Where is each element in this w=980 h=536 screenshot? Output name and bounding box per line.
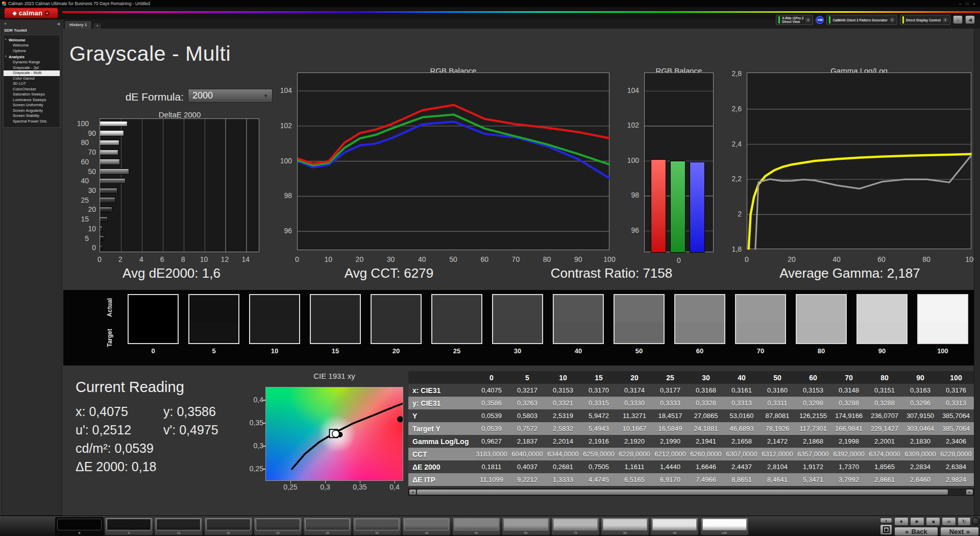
meter-device-button[interactable]: X-Rite i1Pro 2 Direct View ▾: [776, 15, 813, 25]
deltae-chart-title: DeltaE 2000: [159, 110, 201, 119]
swatch-target-15: [311, 322, 360, 343]
gamma-x-tick: 20: [788, 255, 796, 263]
sidebar-item-screen-uniformity[interactable]: Screen Uniformity: [4, 103, 60, 108]
settings-gear-button[interactable]: ☼: [953, 15, 963, 24]
deltae-bar-15: [100, 216, 108, 223]
pattern-patch-20[interactable]: 20: [254, 517, 302, 535]
panel-up-icon[interactable]: ▲: [880, 518, 892, 523]
deltae-y-tick: 60: [65, 158, 89, 166]
pattern-patch-80[interactable]: 80: [601, 517, 649, 535]
patch-window-button[interactable]: ■: [880, 524, 892, 535]
sidebar-item-saturation-sweeps[interactable]: Saturation Sweeps: [4, 92, 60, 98]
sidebar-item-luminance-sweeps[interactable]: Luminance Sweeps: [4, 98, 60, 103]
swatch-actual-70: [736, 295, 785, 322]
de-formula-dropdown[interactable]: 2000 ▼: [188, 89, 273, 103]
swatch-target-90: [857, 322, 906, 343]
pattern-patch-25[interactable]: 25: [303, 517, 352, 535]
deltae-gridline: [121, 119, 122, 252]
pattern-patch-90[interactable]: 90: [650, 517, 699, 535]
table-col-5: 5: [509, 371, 545, 384]
deltae-gridline: [142, 119, 143, 252]
tree-group-analysis[interactable]: ▾Analysis: [4, 54, 60, 60]
pattern-patch-15[interactable]: 15: [204, 517, 253, 535]
collapse-panel-button[interactable]: ◀: [965, 15, 975, 24]
sidebar-item-color-gamut[interactable]: Color Gamut: [4, 76, 60, 82]
rgb-x-tick: 90: [574, 255, 582, 263]
back-button[interactable]: « Back: [894, 527, 938, 536]
pattern-source-button[interactable]: CalMAN Client 3 Pattern Generator ▾: [826, 15, 897, 25]
pause-button[interactable]: ▮▮: [926, 517, 940, 526]
sidebar-item-grayscale-2pt[interactable]: Grayscale - 2pt: [4, 65, 60, 71]
scrollbar-thumb[interactable]: [417, 490, 948, 495]
deltae-bar-0: [100, 245, 102, 251]
tab-history-1[interactable]: History 1: [64, 20, 92, 29]
maximize-icon[interactable]: □: [966, 2, 968, 6]
cie-locus-curve: [292, 403, 403, 469]
repeat-button[interactable]: ↻: [958, 517, 971, 526]
table-cell: 303,0464: [902, 422, 938, 435]
sidebar-item-3d-lut[interactable]: 3D LUT: [4, 81, 60, 87]
reading-v-prime: v': 0,4975: [163, 423, 218, 437]
sidebar-item-colorchecker[interactable]: ColorChecker: [4, 87, 60, 92]
sidebar-item-screen-angularity[interactable]: Screen Angularity: [4, 108, 60, 114]
close-icon[interactable]: ×: [973, 2, 975, 6]
next-button[interactable]: Next »: [940, 527, 979, 536]
sidebar-item-welcome[interactable]: Welcome: [4, 43, 60, 48]
table-cell: 6,9170: [652, 473, 688, 486]
tree-group-welcome[interactable]: ▾Welcome: [4, 37, 60, 43]
continuous-measure-button[interactable]: ∞: [942, 517, 956, 526]
meter-device-name: X-Rite i1Pro 2: [782, 16, 803, 20]
swatch-label: 10: [249, 347, 300, 355]
sidebar-item-spectral-power-dist-[interactable]: Spectral Power Dist.: [4, 119, 60, 125]
pattern-patch-50[interactable]: 50: [452, 517, 501, 535]
sidebar-item-screen-stability[interactable]: Screen Stability: [4, 113, 60, 119]
deltae-bar-90: [100, 130, 124, 136]
deltae-x-tick: 12: [221, 255, 229, 263]
table-col-60: 60: [795, 371, 831, 384]
patch-label: 100: [701, 531, 748, 534]
table-header-row: 051015202530405060708090100: [408, 371, 974, 384]
calman-menu-button[interactable]: ◈ calman ▾: [4, 8, 58, 18]
scroll-right-icon[interactable]: ►: [966, 490, 973, 495]
table-cell: 6357,0000: [795, 448, 831, 460]
table-cell: 6,5165: [617, 473, 652, 486]
pattern-patch-60[interactable]: 60: [502, 517, 550, 535]
play-button[interactable]: ▶: [910, 517, 924, 526]
deltae-gridline: [163, 119, 164, 252]
sidebar-collapse-icon[interactable]: ◀: [57, 22, 60, 26]
table-cell: 0,3160: [760, 384, 795, 397]
table-cell: 0,4075: [474, 384, 509, 397]
rgb-balance-bar-chart: [644, 72, 714, 252]
pattern-patch-0[interactable]: 0: [55, 517, 104, 535]
table-cell: 0,3163: [902, 384, 938, 397]
pattern-patch-40[interactable]: 40: [402, 517, 451, 535]
table-cell: 11,1099: [474, 473, 509, 486]
sidebar-item-dynamic-range[interactable]: Dynamic Range: [4, 60, 60, 65]
table-cell: 2,1941: [688, 435, 724, 448]
table-cell: 1,6646: [688, 460, 724, 473]
display-control-button[interactable]: Direct Display Control ▾: [900, 15, 950, 25]
meter-status-stripe: [778, 16, 780, 23]
minimize-icon[interactable]: –: [959, 2, 961, 6]
patch-color-100: [702, 519, 747, 530]
scroll-left-icon[interactable]: ◄: [409, 490, 416, 495]
sidebar-options-button[interactable]: [4, 22, 7, 26]
display-control-label: Direct Display Control: [906, 18, 941, 22]
sidebar-item-grayscale-multi[interactable]: Grayscale - Multi: [4, 70, 60, 76]
pattern-patch-30[interactable]: 30: [353, 517, 401, 535]
tab-add[interactable]: +: [93, 22, 102, 29]
pattern-patch-5[interactable]: 5: [105, 517, 153, 535]
table-scrollbar[interactable]: ◄ ►: [408, 489, 974, 496]
stop-button[interactable]: ■: [894, 517, 909, 526]
sidebar-item-options[interactable]: Options: [4, 48, 60, 54]
patch-label: 15: [205, 531, 252, 534]
rgbbar-blue: [690, 162, 705, 253]
pattern-patch-100[interactable]: 100: [700, 517, 749, 535]
pattern-patch-10[interactable]: 10: [154, 517, 203, 535]
rgbbar-y-tick: 102: [617, 121, 639, 129]
workflow-tree: ▾WelcomeWelcomeOptions▾AnalysisDynamic R…: [3, 35, 60, 128]
table-cell: 0,2681: [545, 460, 581, 473]
meter-count-badge[interactable]: 238: [816, 16, 824, 24]
pattern-patch-70[interactable]: 70: [551, 517, 600, 535]
table-cell: 8,8651: [724, 473, 760, 486]
